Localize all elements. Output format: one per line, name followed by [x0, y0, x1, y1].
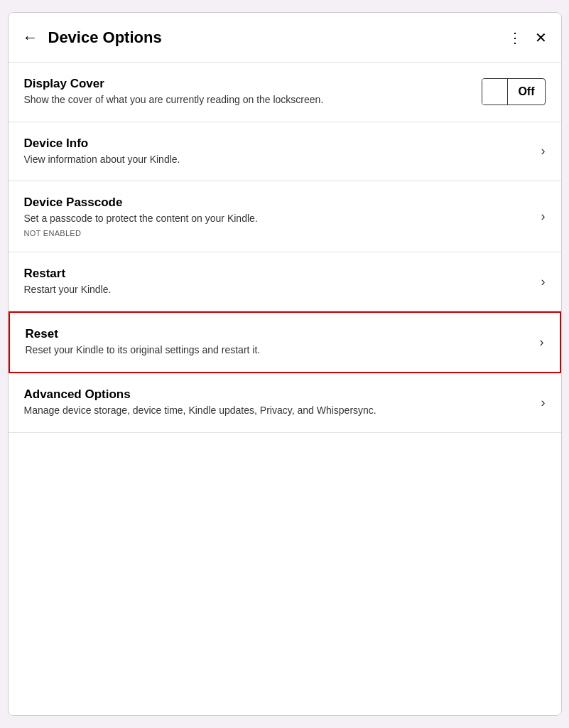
chevron-right-icon: › [541, 209, 546, 224]
page-title: Device Options [48, 28, 508, 47]
display-cover-toggle[interactable]: Off [482, 78, 545, 105]
menu-item-content-reset: Reset Reset your Kindle to its original … [26, 327, 531, 358]
menu-item-content-device-info: Device Info View information about your … [24, 136, 533, 167]
chevron-right-icon: › [541, 144, 546, 159]
menu-item-device-info[interactable]: Device Info View information about your … [9, 122, 561, 182]
menu-item-desc-device-passcode: Set a passcode to protect the content on… [24, 212, 533, 226]
chevron-right-icon: › [541, 395, 546, 410]
menu-item-reset[interactable]: Reset Reset your Kindle to its original … [9, 311, 561, 373]
menu-item-title-advanced-options: Advanced Options [24, 387, 533, 402]
toggle-label: Off [508, 81, 544, 102]
content-area: Display Cover Show the cover of what you… [9, 63, 561, 715]
menu-item-restart[interactable]: Restart Restart your Kindle. › [9, 252, 561, 312]
menu-item-content-device-passcode: Device Passcode Set a passcode to protec… [24, 196, 533, 237]
back-button[interactable]: ← [23, 28, 38, 47]
more-options-icon[interactable]: ⋮ [508, 29, 522, 46]
menu-item-desc-restart: Restart your Kindle. [24, 283, 533, 297]
chevron-right-icon: › [540, 335, 544, 350]
menu-item-content-display-cover: Display Cover Show the cover of what you… [24, 77, 474, 107]
menu-item-content-restart: Restart Restart your Kindle. [24, 267, 533, 297]
passcode-status: NOT ENABLED [24, 229, 533, 237]
menu-item-advanced-options[interactable]: Advanced Options Manage device storage, … [9, 373, 561, 433]
toggle-box [482, 79, 508, 105]
menu-item-content-advanced-options: Advanced Options Manage device storage, … [24, 387, 533, 418]
menu-item-desc-advanced-options: Manage device storage, device time, Kind… [24, 404, 533, 418]
menu-item-title-restart: Restart [24, 267, 533, 281]
menu-item-desc-reset: Reset your Kindle to its original settin… [26, 343, 531, 358]
menu-item-title-device-info: Device Info [24, 136, 533, 151]
menu-item-display-cover[interactable]: Display Cover Show the cover of what you… [9, 63, 561, 122]
menu-item-title-display-cover: Display Cover [24, 77, 474, 91]
menu-item-desc-device-info: View information about your Kindle. [24, 153, 533, 167]
menu-item-desc-display-cover: Show the cover of what you are currently… [24, 93, 474, 107]
header-icons: ⋮ ✕ [508, 29, 547, 46]
close-icon[interactable]: ✕ [535, 29, 547, 46]
menu-item-title-device-passcode: Device Passcode [24, 196, 533, 210]
menu-item-device-passcode[interactable]: Device Passcode Set a passcode to protec… [9, 181, 561, 252]
chevron-right-icon: › [541, 274, 546, 289]
header: ← Device Options ⋮ ✕ [9, 13, 561, 63]
device-frame: ← Device Options ⋮ ✕ Display Cover Show … [8, 12, 562, 716]
menu-item-title-reset: Reset [26, 327, 531, 341]
